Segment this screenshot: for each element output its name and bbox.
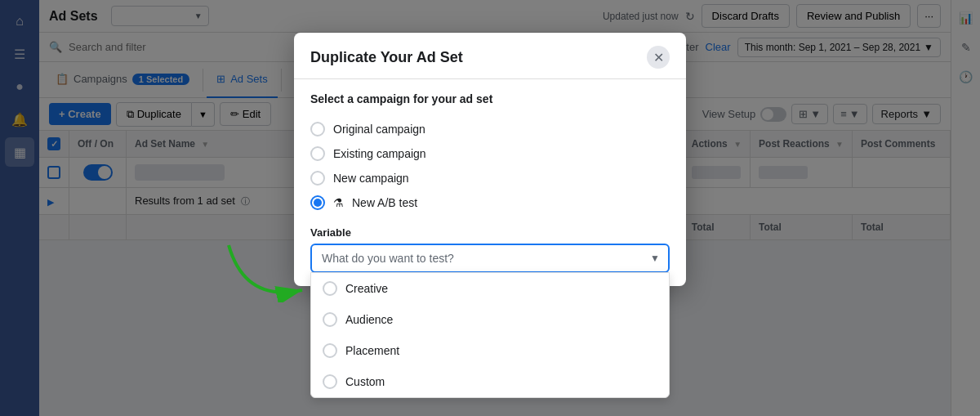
modal-title: Duplicate Your Ad Set [310, 49, 463, 66]
radio-audience[interactable] [323, 312, 337, 327]
modal-backdrop[interactable]: Duplicate Your Ad Set ✕ Select a campaig… [0, 0, 980, 416]
dropdown-option-audience[interactable]: Audience [311, 304, 669, 335]
audience-label: Audience [345, 313, 393, 326]
radio-original[interactable] [310, 122, 325, 136]
dropdown-option-placement[interactable]: Placement [311, 335, 669, 366]
radio-placement[interactable] [323, 343, 337, 358]
dropdown-option-custom[interactable]: Custom [311, 366, 669, 397]
creative-label: Creative [345, 282, 388, 295]
duplicate-modal: Duplicate Your Ad Set ✕ Select a campaig… [294, 33, 686, 286]
ab-test-label: New A/B test [352, 196, 417, 209]
variable-select-wrapper: What do you want to test? ▼ Creative Aud… [310, 244, 670, 273]
radio-new[interactable] [310, 171, 325, 186]
custom-label: Custom [345, 375, 385, 388]
radio-ab[interactable] [310, 195, 325, 210]
variable-select[interactable]: What do you want to test? [310, 244, 670, 273]
original-campaign-label: Original campaign [333, 123, 425, 136]
modal-header: Duplicate Your Ad Set ✕ [294, 33, 686, 79]
option-ab[interactable]: ⚗ New A/B test [310, 190, 670, 215]
variable-label: Variable [310, 226, 670, 239]
radio-custom[interactable] [323, 374, 337, 389]
new-campaign-label: New campaign [333, 172, 409, 185]
dropdown-menu: Creative Audience Placement Custom [310, 272, 670, 398]
option-original[interactable]: Original campaign [310, 117, 670, 141]
radio-existing[interactable] [310, 146, 325, 161]
existing-campaign-label: Existing campaign [333, 147, 426, 160]
placement-label: Placement [345, 344, 399, 357]
ab-test-icon: ⚗ [333, 196, 344, 209]
dropdown-option-creative[interactable]: Creative [311, 273, 669, 304]
option-new[interactable]: New campaign [310, 166, 670, 190]
radio-creative[interactable] [323, 281, 337, 296]
modal-close-button[interactable]: ✕ [647, 46, 670, 69]
modal-subtitle: Select a campaign for your ad set [310, 92, 670, 105]
option-existing[interactable]: Existing campaign [310, 141, 670, 166]
modal-body: Select a campaign for your ad set Origin… [294, 79, 686, 286]
